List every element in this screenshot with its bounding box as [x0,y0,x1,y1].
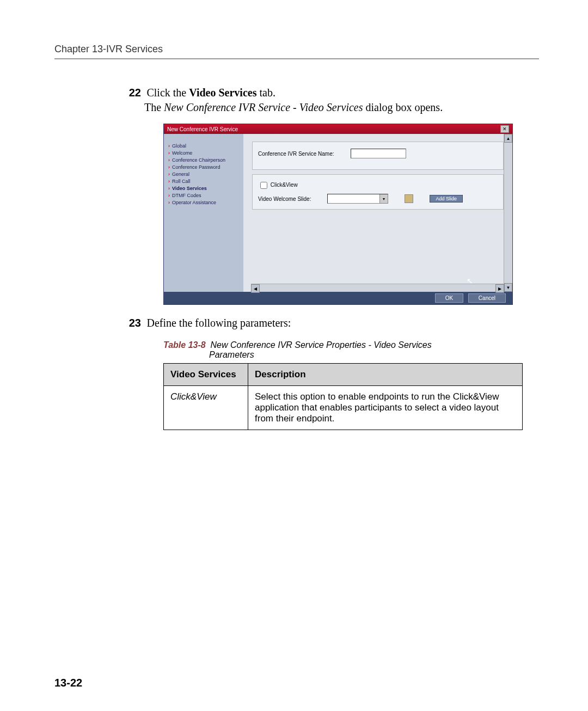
clickview-label: Click&View [271,182,298,188]
service-name-input[interactable] [351,149,406,158]
scroll-up-icon[interactable]: ▲ [504,134,512,143]
step-text: Click the Video Services tab. [146,87,275,99]
service-name-label: Conference IVR Service Name: [258,151,334,157]
col-header-video-services: Video Services [164,364,248,386]
params-table: Video Services Description Click&View Se… [163,363,523,430]
welcome-slide-label: Video Welcome Slide: [258,196,311,202]
table-header-row: Video Services Description [164,364,523,386]
table-caption: Table 13-8 New Conference IVR Service Pr… [163,340,539,360]
sidebar-item-password[interactable]: Conference Password [168,164,239,170]
header-rule [54,58,539,59]
dialog-title: New Conference IVR Service [167,126,238,132]
st-b: dialog box opens. [363,101,443,113]
step-number: 22 [125,87,144,99]
cell-clickview-desc: Select this option to enable endpoints t… [248,386,523,430]
dialog-footer: OK Cancel [164,292,512,304]
close-icon[interactable]: ✕ [500,125,509,133]
panel-service-name: Conference IVR Service Name: [252,142,504,170]
table-caption-line1: New Conference IVR Service Properties - … [211,340,432,350]
sidebar-item-welcome[interactable]: Welcome [168,150,239,156]
browse-icon[interactable] [405,194,413,203]
col-header-description: Description [248,364,523,386]
step-text: Define the following parameters: [146,317,291,329]
clickview-row: Click&View [258,180,498,191]
welcome-slide-combo[interactable] [327,194,388,204]
sidebar-item-global[interactable]: Global [168,143,239,149]
ok-button[interactable]: OK [435,293,463,303]
sidebar-item-videoservices[interactable]: Video Services [168,186,239,191]
sidebar-item-chairperson[interactable]: Conference Chairperson [168,157,239,163]
sidebar-item-general[interactable]: General [168,171,239,177]
cancel-button[interactable]: Cancel [468,293,506,303]
dialog-sidebar: Global Welcome Conference Chairperson Co… [164,134,243,292]
sidebar-item-operator[interactable]: Operator Assistance [168,200,239,205]
add-slide-button[interactable]: Add Slide [430,195,463,203]
step-bold: Video Services [189,87,256,99]
step-number: 23 [125,317,144,329]
sidebar-item-rollcall[interactable]: Roll Call [168,179,239,184]
step-subtext: The New Conference IVR Service - Video S… [144,101,539,114]
table-label: Table 13-8 [163,340,206,350]
cell-clickview: Click&View [164,386,248,430]
dialog-main: Conference IVR Service Name: Click&View … [243,134,512,292]
dialog-window: New Conference IVR Service ✕ Global Welc… [163,124,513,305]
vertical-scrollbar[interactable]: ▲ ▼ [504,134,512,292]
table-row: Click&View Select this option to enable … [164,386,523,430]
st-a: The [144,101,164,113]
table-caption-line2: Parameters [209,350,539,360]
dialog-titlebar: New Conference IVR Service ✕ [164,124,512,134]
step-22: 22 Click the Video Services tab. The New… [144,87,539,114]
page-header: Chapter 13-IVR Services [54,44,539,55]
panel-video: Click&View Video Welcome Slide: Add Slid… [252,174,504,210]
page-number: 13-22 [54,677,82,689]
clickview-checkbox[interactable] [260,182,267,189]
st-i: New Conference IVR Service - Video Servi… [164,101,363,113]
sidebar-item-dtmf[interactable]: DTMF Codes [168,193,239,198]
scroll-left-icon[interactable]: ◀ [251,284,260,293]
step-prefix: Click the [146,87,189,99]
scroll-right-icon[interactable]: ▶ [495,284,504,293]
scroll-down-icon[interactable]: ▼ [504,283,512,292]
step-suffix: tab. [256,87,275,99]
welcome-slide-row: Video Welcome Slide: Add Slide [258,194,498,204]
step-23: 23 Define the following parameters: [144,317,539,329]
cursor-icon: ↖ [467,277,473,285]
